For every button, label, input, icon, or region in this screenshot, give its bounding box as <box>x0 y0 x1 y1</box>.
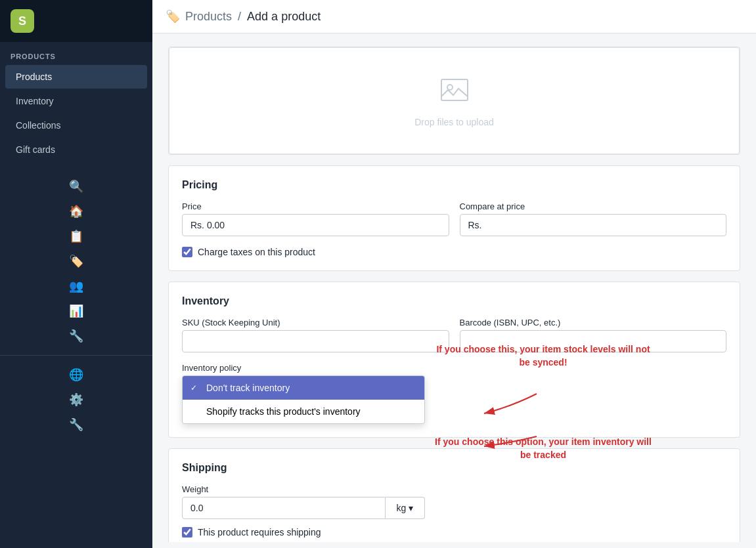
pricing-form-row: Price Compare at price <box>182 201 726 236</box>
weight-unit-select[interactable]: kg ▾ <box>386 497 425 519</box>
check-icon: ✓ <box>190 383 201 392</box>
globe-icon[interactable]: 🌐 <box>0 364 152 386</box>
sidebar-item-collections[interactable]: Collections <box>5 114 147 137</box>
policy-option-shopify-tracks[interactable]: Shopify tracks this product's inventory <box>183 400 424 423</box>
shipping-title: Shipping <box>182 462 726 474</box>
breadcrumb: Products / Add a product <box>185 10 321 24</box>
requires-shipping-label: This product requires shipping <box>198 527 321 537</box>
breadcrumb-separator: / <box>238 10 241 23</box>
sidebar-item-label: Gift cards <box>16 144 55 155</box>
apps-icon[interactable]: ⚙️ <box>0 389 152 411</box>
policy-form-group: Inventory policy ✓ Don't track inventory… <box>182 363 726 424</box>
price-label: Price <box>182 201 449 211</box>
customers-icon[interactable]: 👥 <box>0 275 152 297</box>
breadcrumb-current: Add a product <box>247 10 321 23</box>
sku-label: SKU (Stock Keeping Unit) <box>182 318 449 327</box>
weight-input[interactable] <box>182 497 386 519</box>
shipping-card: Shipping Weight kg ▾ This product requir… <box>168 448 740 542</box>
requires-shipping-row: This product requires shipping <box>182 527 726 537</box>
home-icon[interactable]: 🏠 <box>0 200 152 222</box>
pricing-card: Pricing Price Compare at price Charge ta… <box>168 165 740 271</box>
sidebar-item-gift-cards[interactable]: Gift cards <box>5 138 147 161</box>
inventory-title: Inventory <box>182 295 726 307</box>
policy-dropdown-menu: ✓ Don't track inventory Shopify tracks t… <box>182 375 425 424</box>
charge-taxes-label: Charge taxes on this product <box>198 247 315 257</box>
pricing-title: Pricing <box>182 179 726 191</box>
sidebar: S PRODUCTS Products Inventory Collection… <box>0 0 152 548</box>
compare-price-label: Compare at price <box>460 201 727 211</box>
shopify-logo-icon: S <box>11 9 34 33</box>
requires-shipping-checkbox[interactable] <box>182 527 192 537</box>
sidebar-middle-icons: 🔍 🏠 📋 🏷️ 👥 📊 🔧 <box>0 167 152 355</box>
analytics-icon[interactable]: 📊 <box>0 300 152 322</box>
sidebar-item-label: Collections <box>16 120 60 131</box>
price-input[interactable] <box>182 214 449 236</box>
barcode-label: Barcode (ISBN, UPC, etc.) <box>460 318 727 327</box>
price-form-group: Price <box>182 201 449 236</box>
orders-icon[interactable]: 📋 <box>0 225 152 247</box>
barcode-form-group: Barcode (ISBN, UPC, etc.) <box>460 318 727 352</box>
upload-text: Drop files to upload <box>414 117 494 127</box>
main-area: 🏷️ Products / Add a product Drop files t… <box>152 0 756 548</box>
compare-price-input[interactable] <box>460 214 727 236</box>
policy-option-dont-track[interactable]: ✓ Don't track inventory <box>183 376 424 400</box>
weight-label: Weight <box>182 484 425 494</box>
charge-taxes-row: Charge taxes on this product <box>182 247 726 257</box>
inventory-section: Inventory SKU (Stock Keeping Unit) Barco… <box>169 282 740 437</box>
upload-icon <box>439 74 470 112</box>
policy-option-label: Shopify tracks this product's inventory <box>206 406 361 417</box>
products-nav-section: Products Inventory Collections Gift card… <box>0 64 152 167</box>
sku-input[interactable] <box>182 330 449 352</box>
pricing-section: Pricing Price Compare at price Charge ta… <box>169 166 740 270</box>
sidebar-item-label: Inventory <box>16 96 54 106</box>
chevron-down-icon: ▾ <box>409 503 413 513</box>
weight-form-group: Weight kg ▾ <box>182 484 425 519</box>
inventory-card: Inventory SKU (Stock Keeping Unit) Barco… <box>168 282 740 438</box>
sidebar-item-label: Products <box>16 72 52 82</box>
sidebar-item-products[interactable]: Products <box>5 65 147 89</box>
policy-container: Inventory policy ✓ Don't track inventory… <box>182 363 726 424</box>
sidebar-item-inventory[interactable]: Inventory <box>5 89 147 113</box>
inventory-form-row: SKU (Stock Keeping Unit) Barcode (ISBN, … <box>182 318 726 352</box>
charge-taxes-checkbox[interactable] <box>182 247 192 257</box>
shipping-section: Shipping Weight kg ▾ This product requir… <box>169 449 740 542</box>
sku-form-group: SKU (Stock Keeping Unit) <box>182 318 449 352</box>
content-scroll: Drop files to upload Pricing Price Compa… <box>152 33 756 542</box>
tags-icon[interactable]: 🏷️ <box>0 250 152 272</box>
image-upload-area[interactable]: Drop files to upload <box>169 47 740 154</box>
weight-row: kg ▾ <box>182 497 425 519</box>
search-icon[interactable]: 🔍 <box>0 175 152 198</box>
settings-icon[interactable]: 🔧 <box>0 413 152 436</box>
policy-dropdown-container: ✓ Don't track inventory Shopify tracks t… <box>182 375 726 424</box>
breadcrumb-parent: Products <box>185 10 232 23</box>
marketing-icon[interactable]: 🔧 <box>0 325 152 347</box>
svg-rect-0 <box>441 79 468 100</box>
compare-price-form-group: Compare at price <box>460 201 727 236</box>
sidebar-logo: S <box>0 0 152 42</box>
policy-option-label: Don't track inventory <box>206 383 290 393</box>
sidebar-bottom-icons: 🌐 ⚙️ 🔧 <box>0 355 152 444</box>
policy-label: Inventory policy <box>182 363 726 373</box>
barcode-input[interactable] <box>460 330 727 352</box>
image-upload-card: Drop files to upload <box>168 47 740 155</box>
weight-unit-label: kg <box>397 503 407 513</box>
topbar: 🏷️ Products / Add a product <box>152 0 756 33</box>
tag-icon: 🏷️ <box>166 9 180 24</box>
sidebar-section-label: PRODUCTS <box>0 42 152 64</box>
